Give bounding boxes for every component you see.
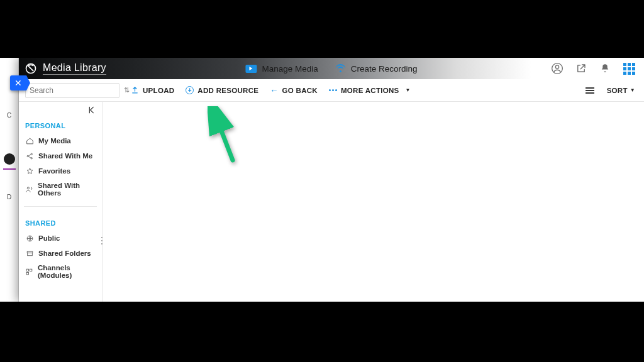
svg-point-6	[27, 187, 29, 189]
nav-label: Favorites	[38, 167, 70, 175]
manage-media-label: Manage Media	[262, 64, 318, 74]
nav-label: Channels (Modules)	[38, 264, 97, 279]
search-input[interactable]	[30, 86, 124, 95]
sort-button[interactable]: SORT ▼	[607, 87, 635, 94]
svg-point-5	[31, 157, 32, 158]
caret-down-icon: ▼	[630, 87, 635, 93]
nav-my-media[interactable]: My Media	[19, 133, 102, 148]
svg-point-3	[27, 155, 28, 156]
video-folder-icon	[245, 65, 257, 73]
nav-label: Shared With Others	[38, 182, 97, 197]
search-field-wrap[interactable]: ⇅	[25, 83, 119, 98]
create-recording-button[interactable]: Create Recording	[336, 64, 418, 74]
app-logo-icon	[24, 62, 38, 75]
open-external-icon[interactable]	[575, 62, 587, 75]
sidebar-collapse-button[interactable]	[87, 104, 98, 116]
nav-label: Public	[38, 234, 60, 242]
list-icon	[586, 87, 594, 94]
content-area	[103, 102, 644, 302]
svg-rect-12	[26, 272, 28, 274]
svg-point-2	[555, 65, 558, 69]
list-view-toggle[interactable]	[586, 87, 594, 94]
toolbar: ⇅ UPLOAD + ADD RESOURCE ← GO BACK MORE A…	[19, 79, 644, 102]
svg-rect-10	[26, 269, 28, 271]
add-resource-button[interactable]: + ADD RESOURCE	[186, 86, 258, 94]
go-back-label: GO BACK	[282, 87, 318, 94]
go-back-button[interactable]: ← GO BACK	[270, 85, 318, 95]
sidebar: PERSONAL My Media Shared With Me Favorit…	[19, 102, 103, 302]
close-panel-button[interactable]: ✕	[10, 75, 26, 90]
nav-shared-folders[interactable]: Shared Folders	[19, 246, 102, 261]
app-title: Media Library	[43, 62, 106, 75]
host-app-accent	[3, 168, 16, 170]
close-icon: ✕	[14, 78, 22, 88]
sort-label: SORT	[607, 87, 628, 94]
upload-icon	[131, 86, 139, 94]
letterbox-top	[0, 0, 644, 58]
nav-shared-with-me[interactable]: Shared With Me	[19, 148, 102, 163]
share-icon	[25, 151, 34, 160]
nav-favorites[interactable]: Favorites	[19, 163, 102, 178]
media-library-panel: ✕ Media Library Manage Media Create Reco…	[19, 58, 644, 302]
header-right	[551, 62, 635, 75]
header-bar: Media Library Manage Media Create Record…	[19, 58, 644, 79]
plus-circle-icon: +	[186, 86, 194, 94]
people-icon	[25, 185, 33, 194]
more-actions-label: MORE ACTIONS	[341, 87, 399, 94]
sidebar-section-shared: SHARED	[19, 207, 102, 231]
broadcast-icon	[336, 64, 346, 73]
svg-point-4	[31, 153, 32, 155]
modules-icon	[25, 267, 33, 276]
create-recording-label: Create Recording	[351, 64, 418, 74]
bell-icon[interactable]	[599, 62, 611, 75]
apps-grid-icon[interactable]	[623, 62, 635, 75]
nav-public[interactable]: Public	[19, 231, 102, 246]
more-dots-icon	[329, 89, 337, 91]
manage-media-button[interactable]: Manage Media	[245, 64, 318, 74]
archive-icon	[25, 249, 34, 258]
panel-body: PERSONAL My Media Shared With Me Favorit…	[19, 102, 644, 302]
host-app-strip: C D	[0, 58, 19, 302]
account-icon[interactable]	[551, 62, 564, 75]
host-app-label-2: D	[0, 181, 18, 212]
globe-icon	[25, 234, 34, 243]
host-avatar	[4, 153, 15, 165]
upload-button[interactable]: UPLOAD	[131, 86, 174, 94]
home-icon	[25, 136, 34, 145]
nav-label: My Media	[38, 137, 71, 145]
nav-label: Shared Folders	[38, 250, 91, 257]
nav-shared-with-others[interactable]: Shared With Others	[19, 178, 102, 200]
host-app-label: C	[0, 99, 18, 131]
arrow-left-icon: ←	[270, 85, 278, 95]
nav-channels[interactable]: Channels (Modules)	[19, 261, 102, 282]
svg-rect-9	[27, 253, 32, 255]
search-options-icon[interactable]: ⇅	[124, 86, 130, 94]
caret-down-icon: ▼	[406, 87, 411, 93]
nav-label: Shared With Me	[38, 152, 92, 160]
upload-label: UPLOAD	[143, 87, 174, 94]
header-center: Manage Media Create Recording	[245, 58, 417, 79]
more-actions-button[interactable]: MORE ACTIONS ▼	[329, 87, 411, 94]
star-icon	[25, 167, 34, 175]
svg-rect-11	[30, 269, 32, 271]
add-resource-label: ADD RESOURCE	[197, 87, 258, 94]
letterbox-bottom	[0, 302, 644, 362]
